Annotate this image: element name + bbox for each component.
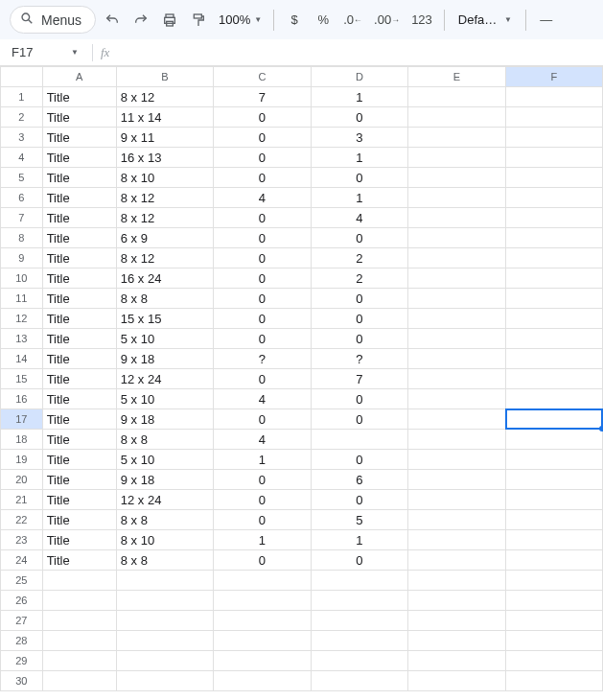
cell-E14[interactable]	[408, 349, 505, 369]
cell-C22[interactable]: 0	[214, 510, 311, 530]
cell-B3[interactable]: 9 x 11	[116, 128, 213, 148]
cell-E3[interactable]	[408, 128, 505, 148]
formula-input[interactable]	[109, 39, 603, 65]
cell-F26[interactable]	[505, 591, 602, 611]
cell-A1[interactable]: Title	[42, 87, 116, 107]
cell-A14[interactable]: Title	[42, 349, 116, 369]
cell-D4[interactable]: 1	[311, 148, 407, 168]
cell-A4[interactable]: Title	[42, 148, 116, 168]
cell-F3[interactable]	[505, 128, 602, 148]
cell-E10[interactable]	[408, 268, 505, 289]
row-header-19[interactable]: 19	[1, 450, 43, 470]
cell-F5[interactable]	[505, 168, 602, 188]
row-header-29[interactable]: 29	[1, 651, 43, 671]
cell-A21[interactable]: Title	[42, 490, 116, 510]
cell-E18[interactable]	[408, 430, 505, 450]
cell-C5[interactable]: 0	[214, 168, 311, 188]
cell-D8[interactable]: 0	[311, 228, 407, 248]
cell-B29[interactable]	[116, 651, 213, 671]
cell-A16[interactable]: Title	[42, 389, 116, 409]
cell-B22[interactable]: 8 x 8	[116, 510, 213, 530]
cell-C20[interactable]: 0	[214, 470, 311, 490]
cell-B9[interactable]: 8 x 12	[116, 248, 213, 268]
cell-B28[interactable]	[116, 631, 213, 651]
cell-E2[interactable]	[408, 107, 505, 128]
cell-F15[interactable]	[505, 369, 602, 389]
cell-F16[interactable]	[505, 389, 602, 409]
cell-F22[interactable]	[505, 510, 602, 530]
font-select[interactable]: Defaul… ▼	[452, 12, 518, 27]
cell-A25[interactable]	[42, 571, 116, 591]
row-header-7[interactable]: 7	[1, 208, 43, 228]
row-header-20[interactable]: 20	[1, 470, 43, 490]
cell-B16[interactable]: 5 x 10	[116, 389, 213, 409]
cell-A17[interactable]: Title	[42, 409, 116, 430]
cell-D26[interactable]	[311, 591, 407, 611]
cell-B13[interactable]: 5 x 10	[116, 329, 213, 349]
cell-B26[interactable]	[116, 591, 213, 611]
row-header-11[interactable]: 11	[1, 289, 43, 309]
cell-A7[interactable]: Title	[42, 208, 116, 228]
cell-C23[interactable]: 1	[214, 530, 311, 550]
cell-F13[interactable]	[505, 329, 602, 349]
cell-F7[interactable]	[505, 208, 602, 228]
cell-F12[interactable]	[505, 309, 602, 329]
cell-F28[interactable]	[505, 631, 602, 651]
cell-C24[interactable]: 0	[214, 550, 311, 571]
cell-A23[interactable]: Title	[42, 530, 116, 550]
row-header-12[interactable]: 12	[1, 309, 43, 329]
cell-A8[interactable]: Title	[42, 228, 116, 248]
cell-D18[interactable]	[311, 430, 407, 450]
cell-D9[interactable]: 2	[311, 248, 407, 268]
row-header-13[interactable]: 13	[1, 329, 43, 349]
cell-B25[interactable]	[116, 571, 213, 591]
cell-B6[interactable]: 8 x 12	[116, 188, 213, 208]
cell-F30[interactable]	[505, 671, 602, 691]
row-header-24[interactable]: 24	[1, 550, 43, 571]
cell-D5[interactable]: 0	[311, 168, 407, 188]
cell-F14[interactable]	[505, 349, 602, 369]
cell-B2[interactable]: 11 x 14	[116, 107, 213, 128]
cell-F11[interactable]	[505, 289, 602, 309]
column-header-C[interactable]: C	[214, 67, 311, 87]
cell-E22[interactable]	[408, 510, 505, 530]
cell-A10[interactable]: Title	[42, 268, 116, 289]
cell-B30[interactable]	[116, 671, 213, 691]
cell-D23[interactable]: 1	[311, 530, 407, 550]
column-header-D[interactable]: D	[311, 67, 407, 87]
row-header-8[interactable]: 8	[1, 228, 43, 248]
cell-C11[interactable]: 0	[214, 289, 311, 309]
cell-E29[interactable]	[408, 651, 505, 671]
cell-C26[interactable]	[214, 591, 311, 611]
cell-C25[interactable]	[214, 571, 311, 591]
zoom-select[interactable]: 100% ▼	[215, 12, 266, 27]
cell-F2[interactable]	[505, 107, 602, 128]
cell-D7[interactable]: 4	[311, 208, 407, 228]
cell-C17[interactable]: 0	[214, 409, 311, 430]
cell-A3[interactable]: Title	[42, 128, 116, 148]
paint-format-button[interactable]	[186, 8, 211, 33]
cell-E24[interactable]	[408, 550, 505, 571]
row-header-30[interactable]: 30	[1, 671, 43, 691]
select-all-corner[interactable]	[1, 67, 43, 87]
cell-C7[interactable]: 0	[214, 208, 311, 228]
cell-A9[interactable]: Title	[42, 248, 116, 268]
cell-C13[interactable]: 0	[214, 329, 311, 349]
cell-F19[interactable]	[505, 450, 602, 470]
cell-C15[interactable]: 0	[214, 369, 311, 389]
cell-B1[interactable]: 8 x 12	[116, 87, 213, 107]
cell-E26[interactable]	[408, 591, 505, 611]
cell-F8[interactable]	[505, 228, 602, 248]
cell-B15[interactable]: 12 x 24	[116, 369, 213, 389]
cell-D13[interactable]: 0	[311, 329, 407, 349]
cell-B11[interactable]: 8 x 8	[116, 289, 213, 309]
cell-A30[interactable]	[42, 671, 116, 691]
cell-A15[interactable]: Title	[42, 369, 116, 389]
cell-C8[interactable]: 0	[214, 228, 311, 248]
cell-D29[interactable]	[311, 651, 407, 671]
cell-F18[interactable]	[505, 430, 602, 450]
cell-D12[interactable]: 0	[311, 309, 407, 329]
row-header-27[interactable]: 27	[1, 611, 43, 631]
cell-F10[interactable]	[505, 268, 602, 289]
cell-F17[interactable]	[505, 409, 602, 430]
